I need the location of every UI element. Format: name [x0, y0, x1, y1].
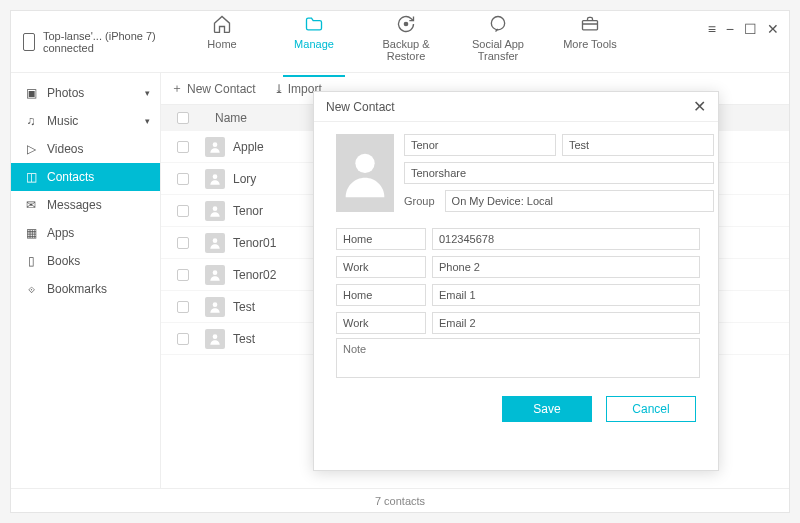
last-name-input[interactable]	[562, 134, 714, 156]
svg-point-6	[213, 238, 218, 243]
contact-name: Apple	[233, 140, 264, 154]
import-icon: ⤓	[274, 82, 284, 96]
sidebar-item-contacts[interactable]: ◫Contacts	[11, 163, 160, 191]
tab-manage[interactable]: Manage	[273, 13, 355, 70]
row-checkbox[interactable]	[177, 141, 189, 153]
sidebar-item-messages[interactable]: ✉Messages	[11, 191, 160, 219]
sidebar-item-books[interactable]: ▯Books	[11, 247, 160, 275]
field-value-input[interactable]	[432, 284, 700, 306]
close-icon[interactable]: ✕	[693, 97, 706, 116]
svg-rect-2	[583, 21, 598, 30]
tab-tools[interactable]: More Tools	[549, 13, 631, 70]
new-contact-dialog: New Contact ✕ Group Save Cancel	[313, 91, 719, 471]
minimize-icon[interactable]: −	[726, 21, 734, 37]
toolbox-icon	[549, 13, 631, 35]
maximize-icon[interactable]: ☐	[744, 21, 757, 37]
group-select[interactable]	[445, 190, 714, 212]
contact-name: Tenor	[233, 204, 263, 218]
avatar-icon	[205, 297, 225, 317]
row-checkbox[interactable]	[177, 301, 189, 313]
row-checkbox[interactable]	[177, 269, 189, 281]
svg-point-8	[213, 302, 218, 307]
svg-point-9	[213, 334, 218, 339]
device-status: connected	[43, 42, 156, 54]
field-type-input[interactable]	[336, 312, 426, 334]
home-icon	[181, 13, 263, 35]
sidebar-item-videos[interactable]: ▷Videos	[11, 135, 160, 163]
svg-point-5	[213, 206, 218, 211]
messages-icon: ✉	[23, 198, 39, 212]
backup-icon	[365, 13, 447, 35]
folder-icon	[273, 13, 355, 35]
field-type-input[interactable]	[336, 228, 426, 250]
tab-backup[interactable]: Backup & Restore	[365, 13, 447, 70]
avatar-icon	[205, 169, 225, 189]
field-type-input[interactable]	[336, 284, 426, 306]
avatar-icon	[205, 137, 225, 157]
avatar-icon	[205, 201, 225, 221]
photos-icon: ▣	[23, 86, 39, 100]
device-info: Top-lanse'... (iPhone 7) connected	[11, 30, 171, 54]
svg-point-10	[355, 154, 374, 173]
avatar-icon	[205, 233, 225, 253]
avatar-icon	[205, 265, 225, 285]
tab-home[interactable]: Home	[181, 13, 263, 70]
contact-photo[interactable]	[336, 134, 394, 212]
contact-name: Tenor02	[233, 268, 276, 282]
apps-icon: ▦	[23, 226, 39, 240]
note-input[interactable]	[336, 338, 700, 378]
contact-name: Tenor01	[233, 236, 276, 250]
dialog-title: New Contact	[326, 100, 395, 114]
svg-point-7	[213, 270, 218, 275]
music-icon: ♫	[23, 114, 39, 128]
status-bar: 7 contacts	[11, 488, 789, 512]
sidebar-item-music[interactable]: ♫Music▾	[11, 107, 160, 135]
tab-social[interactable]: Social App Transfer	[457, 13, 539, 70]
sidebar-item-bookmarks[interactable]: ⟐Bookmarks	[11, 275, 160, 303]
column-name[interactable]: Name	[205, 111, 247, 125]
select-all-checkbox[interactable]	[177, 112, 189, 124]
field-type-input[interactable]	[336, 256, 426, 278]
contact-name: Lory	[233, 172, 256, 186]
avatar-icon	[205, 329, 225, 349]
new-contact-button[interactable]: ＋New Contact	[171, 80, 256, 97]
row-checkbox[interactable]	[177, 205, 189, 217]
sidebar-item-apps[interactable]: ▦Apps	[11, 219, 160, 247]
sidebar: ▣Photos▾ ♫Music▾ ▷Videos ◫Contacts ✉Mess…	[11, 73, 161, 488]
menu-icon[interactable]: ≡	[708, 21, 716, 37]
group-label: Group	[404, 190, 435, 212]
svg-point-4	[213, 174, 218, 179]
row-checkbox[interactable]	[177, 333, 189, 345]
row-checkbox[interactable]	[177, 237, 189, 249]
chat-icon	[457, 13, 539, 35]
close-window-icon[interactable]: ✕	[767, 21, 779, 37]
svg-point-3	[213, 142, 218, 147]
field-value-input[interactable]	[432, 312, 700, 334]
svg-point-0	[404, 22, 407, 25]
contacts-icon: ◫	[23, 170, 39, 184]
company-input[interactable]	[404, 162, 714, 184]
cancel-button[interactable]: Cancel	[606, 396, 696, 422]
first-name-input[interactable]	[404, 134, 556, 156]
plus-icon: ＋	[171, 80, 183, 97]
chevron-down-icon[interactable]: ▾	[145, 116, 150, 126]
books-icon: ▯	[23, 254, 39, 268]
field-value-input[interactable]	[432, 228, 700, 250]
contact-name: Test	[233, 300, 255, 314]
chevron-down-icon[interactable]: ▾	[145, 88, 150, 98]
video-icon: ▷	[23, 142, 39, 156]
device-name: Top-lanse'... (iPhone 7)	[43, 30, 156, 42]
field-value-input[interactable]	[432, 256, 700, 278]
contact-name: Test	[233, 332, 255, 346]
bookmark-icon: ⟐	[23, 282, 39, 296]
row-checkbox[interactable]	[177, 173, 189, 185]
phone-icon	[23, 33, 35, 51]
sidebar-item-photos[interactable]: ▣Photos▾	[11, 79, 160, 107]
save-button[interactable]: Save	[502, 396, 592, 422]
header: Top-lanse'... (iPhone 7) connected Home …	[11, 11, 789, 73]
